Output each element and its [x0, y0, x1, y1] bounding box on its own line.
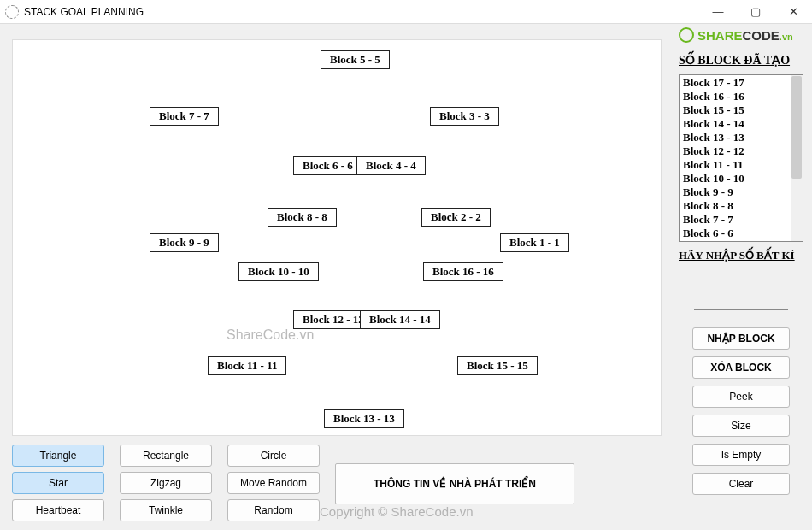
created-blocks-listbox[interactable]: Block 17 - 17Block 16 - 16Block 15 - 15B… — [679, 74, 803, 242]
canvas-block[interactable]: Block 3 - 3 — [430, 107, 499, 126]
developer-info-button[interactable]: THÔNG TIN VỀ NHÀ PHÁT TRIỂN — [335, 463, 574, 504]
twinkle-button[interactable]: Twinkle — [120, 499, 212, 521]
canvas-block[interactable]: Block 5 - 5 — [321, 50, 390, 69]
input-title: HÃY NHẬP SỐ BẤT KÌ — [679, 249, 803, 262]
peek-button[interactable]: Peek — [692, 386, 790, 408]
list-item[interactable]: Block 6 - 6 — [683, 227, 799, 240]
listbox-scrollbar[interactable] — [791, 75, 803, 241]
circle-button[interactable]: Circle — [227, 445, 320, 467]
list-item[interactable]: Block 9 - 9 — [683, 186, 799, 199]
xoa-block-button[interactable]: XÓA BLOCK — [692, 356, 790, 379]
list-item[interactable]: Block 10 - 10 — [683, 172, 799, 186]
canvas-block[interactable]: Block 11 - 11 — [208, 356, 286, 375]
list-item[interactable]: Block 14 - 14 — [683, 117, 799, 131]
move-random-button[interactable]: Move Random — [227, 472, 320, 494]
copyright-watermark: Copyright © ShareCode.vn — [320, 504, 473, 519]
list-item[interactable]: Block 17 - 17 — [683, 76, 799, 90]
block-canvas[interactable]: ShareCode.vn Block 5 - 5Block 7 - 7Block… — [12, 39, 662, 436]
canvas-block[interactable]: Block 2 - 2 — [421, 208, 491, 227]
nhap-block-button[interactable]: NHẬP BLOCK — [692, 327, 790, 350]
canvas-block[interactable]: Block 13 - 13 — [324, 409, 404, 428]
star-button[interactable]: Star — [12, 472, 104, 494]
number-input-1[interactable] — [694, 269, 788, 286]
list-item[interactable]: Block 8 - 8 — [683, 199, 799, 213]
canvas-block[interactable]: Block 10 - 10 — [238, 262, 319, 281]
canvas-block[interactable]: Block 7 - 7 — [150, 107, 219, 126]
canvas-block[interactable]: Block 14 - 14 — [360, 310, 440, 329]
zigzag-button[interactable]: Zigzag — [120, 472, 212, 494]
close-button[interactable]: ✕ — [774, 0, 812, 23]
list-item[interactable]: Block 13 - 13 — [683, 131, 799, 144]
list-item[interactable]: Block 7 - 7 — [683, 213, 799, 227]
number-input-2[interactable] — [694, 293, 788, 310]
canvas-block[interactable]: Block 4 - 4 — [356, 156, 426, 175]
sharecode-logo: SHARECODE.vn — [679, 27, 803, 43]
rectangle-button[interactable]: Rectangle — [120, 445, 212, 467]
canvas-block[interactable]: Block 1 - 1 — [500, 233, 569, 252]
random-button[interactable]: Random — [227, 499, 320, 521]
clear-button[interactable]: Clear — [692, 473, 790, 495]
watermark-text: ShareCode.vn — [227, 327, 314, 343]
canvas-block[interactable]: Block 9 - 9 — [150, 233, 219, 252]
scrollbar-thumb[interactable] — [791, 76, 802, 179]
list-item[interactable]: Block 12 - 12 — [683, 144, 799, 158]
size-button[interactable]: Size — [692, 415, 790, 437]
triangle-button[interactable]: Triangle — [12, 445, 104, 467]
created-blocks-title: SỐ BLOCK ĐÃ TẠO — [679, 53, 803, 68]
window-title: STACK GOAL PLANNING — [24, 6, 144, 18]
minimize-button[interactable]: — — [699, 0, 737, 23]
heartbeat-button[interactable]: Heartbeat — [12, 499, 104, 521]
canvas-block[interactable]: Block 8 - 8 — [268, 208, 337, 227]
logo-icon — [679, 27, 694, 43]
canvas-block[interactable]: Block 16 - 16 — [423, 262, 503, 281]
titlebar: STACK GOAL PLANNING — ▢ ✕ — [0, 0, 812, 24]
canvas-block[interactable]: Block 6 - 6 — [293, 156, 362, 175]
maximize-button[interactable]: ▢ — [737, 0, 774, 23]
list-item[interactable]: Block 11 - 11 — [683, 158, 799, 172]
app-icon — [5, 5, 19, 19]
is-empty-button[interactable]: Is Empty — [692, 444, 790, 466]
canvas-block[interactable]: Block 15 - 15 — [457, 356, 538, 375]
list-item[interactable]: Block 15 - 15 — [683, 103, 799, 117]
list-item[interactable]: Block 16 - 16 — [683, 90, 799, 103]
